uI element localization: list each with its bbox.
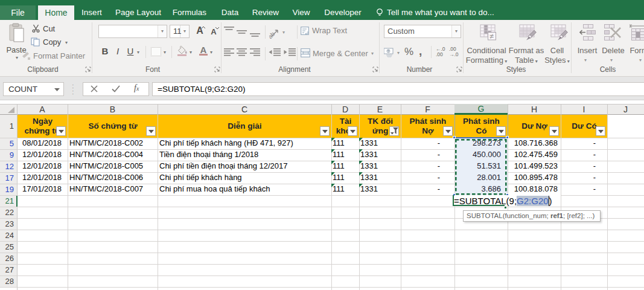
svg-text:ab: ab [269, 30, 276, 39]
svg-text:≠: ≠ [490, 32, 494, 40]
